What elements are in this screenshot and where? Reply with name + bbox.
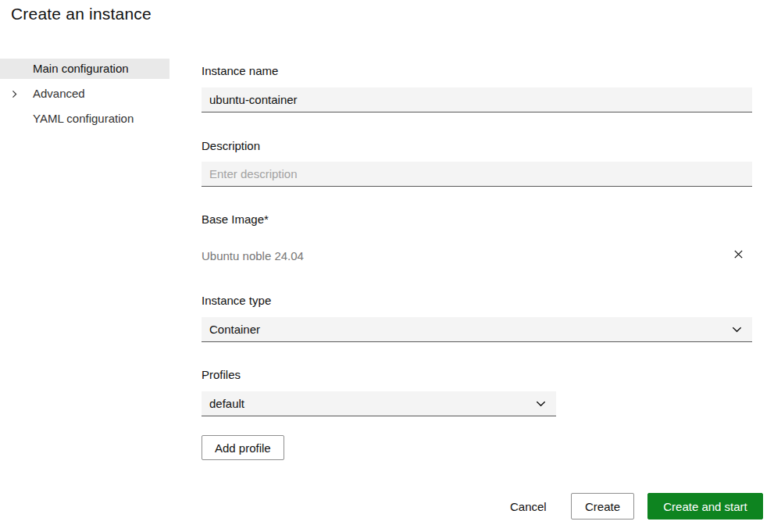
sidebar-item-label: YAML configuration [33,112,134,125]
create-button[interactable]: Create [571,493,634,520]
config-sidebar: Main configuration Advanced YAML configu… [0,59,169,134]
add-profile-button[interactable]: Add profile [202,435,284,460]
instance-name-input[interactable] [202,87,752,112]
instance-type-select[interactable]: Container [202,317,752,342]
create-instance-panel: Create an instance Main configuration Ad… [0,0,774,532]
sidebar-item-advanced[interactable]: Advanced [0,84,169,104]
profiles-value: default [209,397,535,410]
instance-name-label: Instance name [202,64,278,77]
cancel-button[interactable]: Cancel [504,493,553,520]
sidebar-item-yaml-configuration[interactable]: YAML configuration [0,109,169,129]
main-configuration-form: Instance name Description Base Image* Ub… [202,59,752,480]
instance-type-value: Container [209,323,731,336]
profiles-select[interactable]: default [202,391,556,416]
base-image-value: Ubuntu noble 24.04 [202,249,752,262]
sidebar-item-label: Advanced [33,87,85,100]
description-input[interactable] [202,162,752,187]
close-icon[interactable] [731,247,745,261]
sidebar-item-main-configuration[interactable]: Main configuration [0,59,169,79]
profiles-label: Profiles [202,368,241,381]
instance-type-label: Instance type [202,294,271,307]
description-label: Description [202,139,260,152]
create-and-start-button[interactable]: Create and start [647,493,763,520]
chevron-down-icon [535,398,547,409]
base-image-label: Base Image* [202,212,269,226]
base-image-row: Ubuntu noble 24.04 [202,246,752,265]
sidebar-item-label: Main configuration [33,62,129,75]
chevron-down-icon [731,323,743,335]
page-title: Create an instance [11,5,152,23]
chevron-right-icon[interactable] [9,89,19,98]
